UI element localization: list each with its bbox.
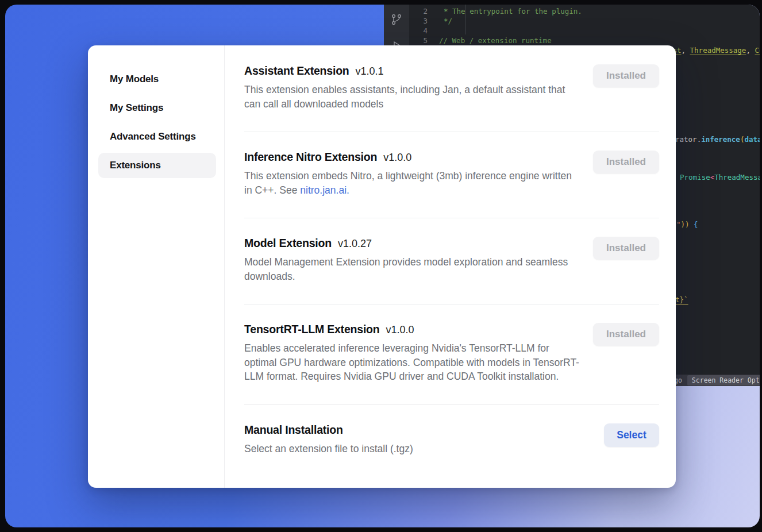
screen-reader-badge[interactable]: Screen Reader Optimized — [687, 375, 760, 385]
sidebar-item-advanced-settings[interactable]: Advanced Settings — [98, 124, 216, 149]
source-control-icon[interactable] — [390, 13, 403, 26]
extension-description: This extension embeds Nitro, a lightweig… — [244, 169, 579, 197]
code-fragment: rator.inference(data)); — [675, 134, 760, 144]
code-fragment: Promise<ThreadMessage> — [680, 172, 760, 182]
code-line: 2 * The entrypoint for the plugin. — [409, 6, 760, 16]
code-fragment: t}` — [675, 295, 688, 304]
extension-version: v1.0.27 — [338, 238, 372, 250]
indent-guide — [465, 5, 466, 34]
line-number: 4 — [409, 26, 428, 36]
extension-description: This extension enables assistants, inclu… — [244, 83, 579, 111]
extension-title: TensortRT-LLM Extension — [244, 323, 380, 336]
nitro-link[interactable]: nitro.jan.ai. — [300, 184, 349, 196]
code-line: 3 */ — [409, 16, 760, 26]
extension-description: Model Management Extension provides mode… — [244, 255, 579, 283]
extension-title: Assistant Extension — [244, 64, 349, 78]
extension-row-nitro: Inference Nitro Extension v1.0.0 This ex… — [244, 132, 659, 218]
settings-sidebar: My Models My Settings Advanced Settings … — [88, 45, 225, 488]
line-number: 3 — [409, 16, 428, 26]
extension-row-tensorrt: TensortRT-LLM Extension v1.0.0 Enables a… — [244, 304, 659, 405]
code-line: 4 — [409, 26, 760, 36]
extension-title: Inference Nitro Extension — [244, 151, 377, 164]
installed-button[interactable]: Installed — [593, 323, 659, 346]
code-fragment: ")) { — [676, 219, 698, 229]
extension-row-model: Model Extension v1.0.27 Model Management… — [244, 218, 659, 304]
select-file-button[interactable]: Select — [604, 423, 659, 447]
extension-title: Model Extension — [244, 237, 332, 250]
extension-version: v1.0.0 — [386, 324, 414, 336]
installed-button[interactable]: Installed — [593, 151, 659, 174]
sidebar-item-extensions[interactable]: Extensions — [98, 153, 216, 178]
manual-installation-title: Manual Installation — [244, 423, 343, 437]
settings-card: My Models My Settings Advanced Settings … — [88, 45, 676, 488]
sidebar-item-my-settings[interactable]: My Settings — [98, 95, 216, 121]
extension-version: v1.0.0 — [383, 152, 411, 164]
installed-button[interactable]: Installed — [593, 237, 659, 260]
desktop-background: 2 * The entrypoint for the plugin. 3 */ … — [5, 5, 760, 527]
extension-version: v1.0.1 — [356, 65, 384, 78]
code-line: 5 // Web / extension runtime — [409, 36, 760, 45]
installed-button[interactable]: Installed — [593, 64, 659, 87]
extension-row-assistant: Assistant Extension v1.0.1 This extensio… — [244, 45, 659, 132]
line-number: 5 — [409, 36, 428, 45]
extension-description: Enables accelerated inference leveraging… — [244, 341, 579, 384]
sidebar-item-my-models[interactable]: My Models — [98, 67, 216, 92]
extensions-panel: Assistant Extension v1.0.1 This extensio… — [225, 45, 676, 488]
manual-installation-description: Select an extension file to install (.tg… — [244, 442, 413, 456]
line-number: 2 — [409, 6, 428, 16]
manual-installation-row: Manual Installation Select an extension … — [244, 405, 659, 456]
